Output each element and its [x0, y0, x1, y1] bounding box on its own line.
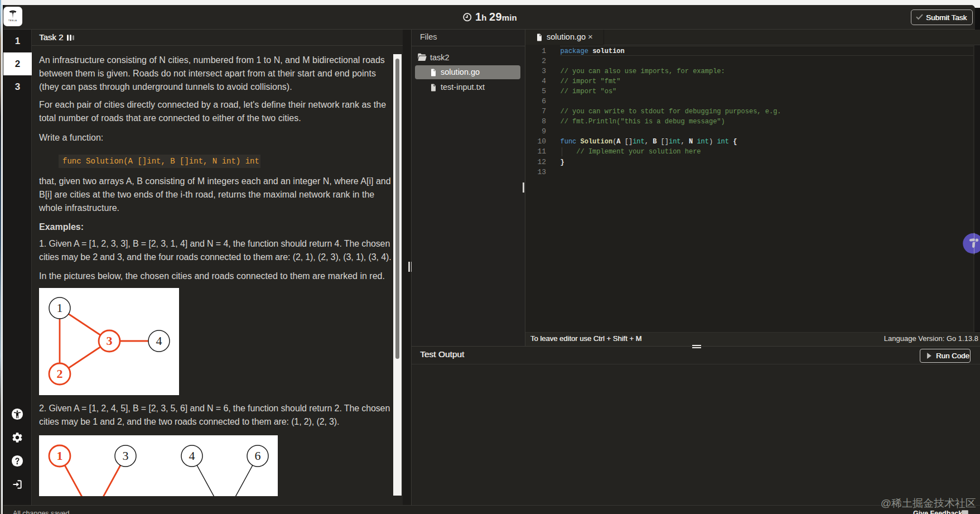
- svg-text:4: 4: [189, 449, 195, 463]
- svg-text:TESLA: TESLA: [8, 20, 17, 22]
- svg-text:3: 3: [123, 449, 129, 463]
- svg-text:3: 3: [107, 334, 113, 348]
- svg-text:4: 4: [156, 334, 162, 348]
- svg-text:1: 1: [57, 301, 63, 315]
- svg-text:1: 1: [57, 449, 63, 463]
- svg-text:6: 6: [255, 449, 261, 463]
- svg-text:2: 2: [57, 367, 63, 381]
